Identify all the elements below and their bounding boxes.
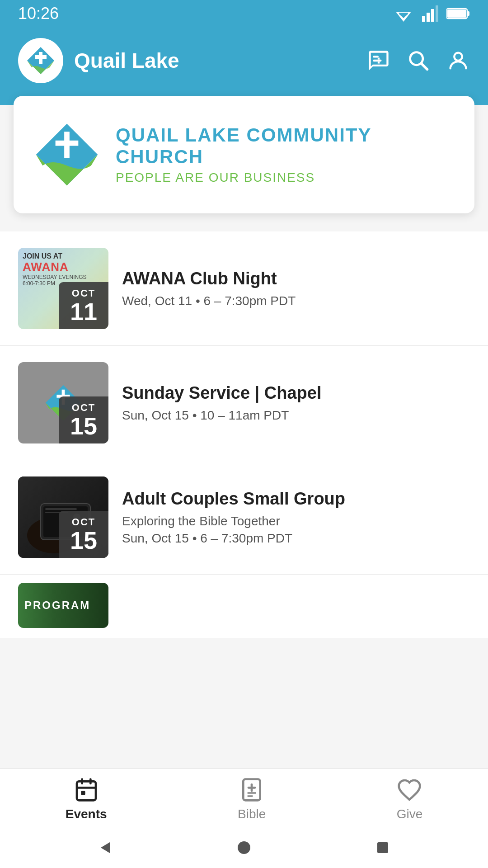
svg-rect-20 xyxy=(56,141,79,146)
svg-point-41 xyxy=(238,841,250,854)
logo-icon xyxy=(25,45,56,76)
nav-item-give[interactable]: Give xyxy=(397,777,423,821)
event-info-sunday: Sunday Service | Chapel Sun, Oct 15 • 10… xyxy=(122,383,470,423)
svg-rect-13 xyxy=(373,56,379,57)
android-back-button[interactable] xyxy=(92,834,119,861)
search-icon[interactable] xyxy=(407,49,430,72)
church-logo-container: QUAIL LAKE COMMUNITY CHURCH PEOPLE ARE O… xyxy=(32,118,456,191)
svg-rect-42 xyxy=(377,842,388,853)
sunday-title: Sunday Service | Chapel xyxy=(122,383,470,404)
recents-icon xyxy=(374,839,392,857)
events-nav-label: Events xyxy=(66,807,107,821)
bible-nav-label: Bible xyxy=(238,807,266,821)
svg-rect-5 xyxy=(431,9,434,22)
sunday-day: 15 xyxy=(67,414,100,438)
svg-rect-6 xyxy=(436,5,438,22)
status-icons xyxy=(393,5,470,22)
give-icon xyxy=(397,777,422,802)
app-logo xyxy=(18,38,63,83)
svg-rect-9 xyxy=(447,9,466,18)
event-item-partial[interactable]: PROGRAM xyxy=(0,575,488,629)
profile-icon[interactable] xyxy=(446,49,470,72)
church-card-text: QUAIL LAKE COMMUNITY CHURCH PEOPLE ARE O… xyxy=(116,124,456,185)
android-nav-bar xyxy=(0,827,488,868)
header-left: Quail Lake xyxy=(18,38,179,83)
back-icon xyxy=(96,839,114,857)
svg-marker-40 xyxy=(101,842,110,853)
svg-rect-3 xyxy=(422,16,425,22)
bible-icon xyxy=(239,777,264,802)
event-item-adult[interactable]: OCT 15 Adult Couples Small Group Explori… xyxy=(0,460,488,575)
give-nav-label: Give xyxy=(397,807,423,821)
chat-icon[interactable] xyxy=(367,49,390,72)
awana-day: 11 xyxy=(67,299,100,324)
church-name: QUAIL LAKE COMMUNITY CHURCH xyxy=(116,124,456,168)
svg-line-16 xyxy=(422,64,427,70)
awana-title: AWANA Club Night xyxy=(122,269,470,289)
event-thumb-awana: JOIN US ATAWANA WEDNESDAY EVENINGS6:00-7… xyxy=(18,248,108,329)
event-info-adult: Adult Couples Small Group Exploring the … xyxy=(122,489,470,546)
svg-rect-34 xyxy=(81,791,85,795)
adult-subtitle: Exploring the Bible Together xyxy=(122,514,470,528)
event-thumb-sunday: OCT 15 xyxy=(18,362,108,443)
event-item-awana[interactable]: JOIN US ATAWANA WEDNESDAY EVENINGS6:00-7… xyxy=(0,231,488,346)
church-logo-image xyxy=(32,118,102,191)
adult-datetime: Sun, Oct 15 • 6 – 7:30pm PDT xyxy=(122,531,470,546)
app-title: Quail Lake xyxy=(74,48,179,73)
status-time: 10:26 xyxy=(18,4,59,23)
events-icon xyxy=(74,777,99,802)
wifi-icon xyxy=(393,5,414,22)
event-thumb-adult: OCT 15 xyxy=(18,476,108,558)
church-tagline: PEOPLE ARE OUR BUSINESS xyxy=(116,170,456,185)
event-item-sunday[interactable]: OCT 15 Sunday Service | Chapel Sun, Oct … xyxy=(0,346,488,460)
nav-item-bible[interactable]: Bible xyxy=(238,777,266,821)
awana-datetime: Wed, Oct 11 • 6 – 7:30pm PDT xyxy=(122,294,470,308)
adult-title: Adult Couples Small Group xyxy=(122,489,470,509)
signal-icon xyxy=(422,5,438,22)
adult-day: 15 xyxy=(67,528,100,552)
nav-item-events[interactable]: Events xyxy=(66,777,107,821)
events-list: JOIN US ATAWANA WEDNESDAY EVENINGS6:00-7… xyxy=(0,231,488,638)
svg-rect-12 xyxy=(35,55,47,59)
android-recents-button[interactable] xyxy=(369,834,396,861)
program-label: PROGRAM xyxy=(24,599,90,612)
svg-point-17 xyxy=(454,53,462,61)
header: Quail Lake xyxy=(0,27,488,105)
event-info-awana: AWANA Club Night Wed, Oct 11 • 6 – 7:30p… xyxy=(122,269,470,308)
date-badge-awana: OCT 11 xyxy=(59,282,108,329)
bottom-nav: Events Bible Give xyxy=(0,769,488,827)
svg-rect-8 xyxy=(467,11,469,16)
android-home-button[interactable] xyxy=(230,834,258,861)
program-thumb: PROGRAM xyxy=(18,583,108,628)
church-card: QUAIL LAKE COMMUNITY CHURCH PEOPLE ARE O… xyxy=(14,96,474,213)
svg-rect-4 xyxy=(427,13,430,22)
header-actions xyxy=(367,49,470,72)
svg-rect-30 xyxy=(77,781,96,800)
svg-rect-14 xyxy=(373,60,382,61)
battery-icon xyxy=(446,7,470,20)
date-badge-sunday: OCT 15 xyxy=(59,396,108,443)
home-icon xyxy=(235,839,253,857)
date-badge-adult: OCT 15 xyxy=(59,511,108,558)
svg-rect-27 xyxy=(45,508,77,510)
status-bar: 10:26 xyxy=(0,0,488,27)
sunday-datetime: Sun, Oct 15 • 10 – 11am PDT xyxy=(122,408,470,423)
